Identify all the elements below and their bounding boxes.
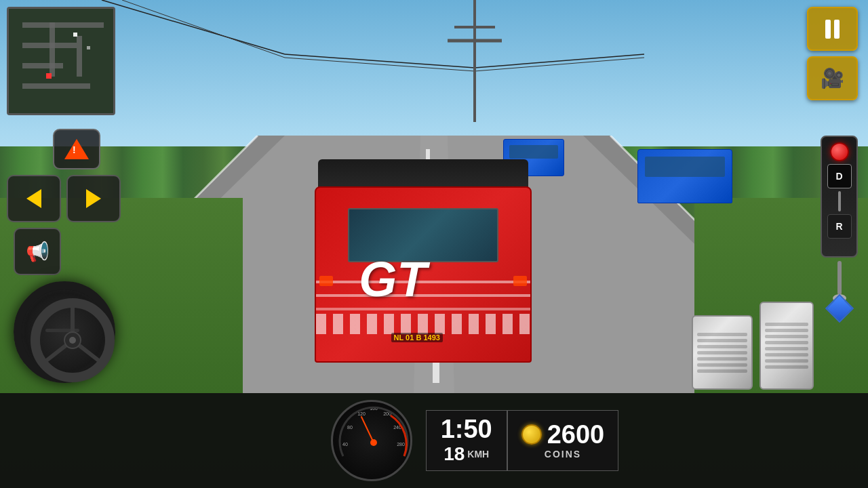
speed-display: 18 KMH	[443, 443, 489, 465]
svg-rect-24	[22, 83, 90, 89]
red-bus: GT NL 01 B 1493	[315, 159, 532, 363]
pedal-line-5	[697, 357, 747, 361]
accel-line-1	[765, 323, 808, 326]
coin-icon	[521, 424, 542, 445]
bus-body: GT NL 01 B 1493	[315, 186, 532, 363]
svg-text:40: 40	[342, 442, 348, 447]
steering-wheel	[14, 281, 122, 390]
turn-right-button[interactable]	[66, 175, 121, 222]
speedo-svg: 120 160 200 80 240 40 280	[333, 402, 412, 481]
svg-point-44	[370, 439, 377, 446]
horn-button[interactable]: 📢	[14, 228, 61, 275]
accel-line-4	[765, 341, 808, 344]
tail-light-left	[319, 276, 333, 286]
bus-blue-far	[637, 149, 732, 203]
svg-rect-27	[87, 46, 90, 49]
accel-line-6	[765, 353, 808, 357]
pause-button[interactable]	[807, 7, 858, 51]
accel-line-3	[765, 335, 808, 338]
left-arrow-icon	[26, 189, 41, 208]
bus-blue-near-window	[509, 145, 558, 159]
speedometer: 120 160 200 80 240 40 280	[331, 400, 412, 481]
accel-pedal-grip	[761, 319, 812, 373]
gear-slot-d[interactable]: D	[827, 164, 852, 188]
bus-stripe-3	[316, 308, 530, 310]
svg-rect-26	[73, 33, 77, 37]
accel-line-5	[765, 347, 808, 350]
speedometer-face: 120 160 200 80 240 40 280	[331, 400, 412, 481]
accel-line-7	[765, 359, 808, 363]
bus-blue-window	[645, 157, 725, 177]
svg-rect-23	[22, 63, 63, 68]
speedometer-container: 120 160 200 80 240 40 280	[317, 400, 426, 481]
gear-lever-line	[838, 191, 841, 211]
gear-slot-r[interactable]: R	[827, 214, 852, 239]
bus-bottom-stripe	[316, 314, 530, 334]
right-arrow-icon	[86, 189, 101, 208]
coins-display: 2600 COINS	[507, 410, 619, 471]
minimap	[7, 7, 115, 115]
gear-controls: D R	[821, 136, 858, 319]
gear-status-indicator	[830, 142, 849, 161]
hazard-button[interactable]	[53, 129, 100, 169]
timer-display: 1:50 18 KMH	[426, 410, 507, 471]
pedals-container	[692, 302, 814, 390]
accel-line-2	[765, 329, 808, 332]
gear-indicator: D R	[821, 136, 858, 258]
coins-label: COINS	[545, 449, 581, 460]
left-controls: 📢	[7, 129, 121, 275]
camera-button[interactable]: 🎥	[807, 56, 858, 100]
steering-wheel-outer	[14, 281, 115, 383]
license-plate: NL 01 B 1493	[391, 333, 443, 342]
pause-icon	[825, 20, 840, 39]
turn-left-button[interactable]	[7, 175, 61, 222]
svg-rect-34	[837, 261, 842, 295]
coins-value: 2600	[547, 422, 605, 447]
hazard-icon	[64, 139, 89, 159]
pedal-line-6	[697, 363, 747, 367]
brake-pedal-grip	[693, 329, 751, 377]
minimap-content	[9, 9, 113, 113]
kmh-label: KMH	[467, 449, 489, 460]
accelerator-pedal[interactable]	[760, 302, 814, 390]
svg-text:120: 120	[357, 411, 366, 416]
svg-point-32	[69, 337, 76, 344]
tail-light-right	[513, 276, 527, 286]
steering-wheel-svg	[22, 289, 123, 391]
pedal-line-7	[697, 369, 747, 373]
arrow-buttons	[7, 175, 121, 222]
timer-value: 1:50	[441, 416, 492, 442]
accel-line-8	[765, 365, 808, 369]
pedal-line-2	[697, 339, 747, 342]
speed-value: 18	[443, 443, 465, 465]
svg-line-43	[361, 417, 374, 443]
pause-bar-1	[825, 20, 831, 39]
pause-bar-2	[834, 20, 840, 39]
svg-rect-25	[46, 73, 52, 79]
svg-text:80: 80	[347, 425, 353, 430]
pedal-line-4	[697, 351, 747, 354]
top-right-buttons: 🎥	[807, 7, 858, 100]
bus-gt-logo: GT	[359, 251, 427, 307]
camera-icon: 🎥	[821, 67, 844, 89]
svg-rect-19	[22, 22, 104, 28]
pedal-line-3	[697, 345, 747, 348]
pedal-line-1	[697, 333, 747, 336]
minimap-svg	[9, 9, 115, 115]
coins-row: 2600	[521, 422, 605, 447]
brake-pedal[interactable]	[692, 315, 753, 390]
hud: 120 160 200 80 240 40 280	[0, 393, 868, 488]
game-scene: GT NL 01 B 1493	[0, 0, 868, 488]
svg-rect-22	[77, 36, 82, 77]
svg-text:280: 280	[397, 442, 405, 447]
horn-icon: 📢	[26, 241, 50, 263]
